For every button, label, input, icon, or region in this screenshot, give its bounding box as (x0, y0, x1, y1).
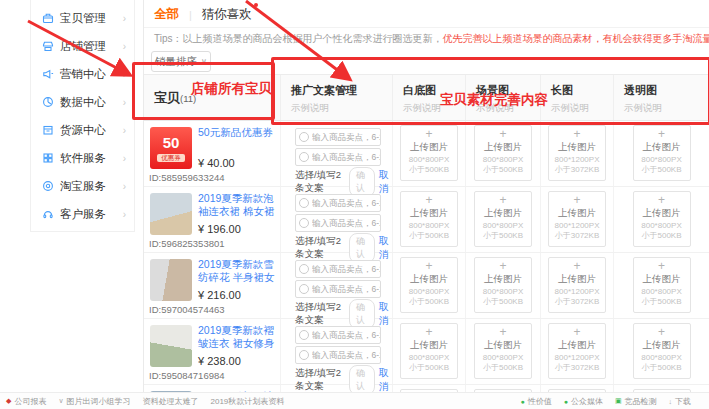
selling-point-input[interactable] (312, 198, 380, 208)
product-price: ¥ 196.00 (198, 223, 241, 235)
column-copy-management: 推广文案管理 示例说明 (281, 75, 393, 120)
sidebar-item-label: 宝贝管理 (60, 11, 123, 26)
plus-icon: + (634, 260, 690, 273)
product-image (150, 325, 192, 367)
bottom-status-item[interactable]: ▣竞品检测 (615, 396, 657, 407)
plus-icon: + (634, 128, 690, 141)
bottom-item[interactable]: ◆公司报表 (6, 396, 46, 407)
main-panel: 全部 | 猜你喜欢 Tips：以上频道场景的商品会根据用户个性化需求进行圈选更新… (143, 0, 709, 409)
green-dot-icon: ● (564, 398, 568, 405)
plus-icon: + (549, 326, 605, 339)
upload-button[interactable]: +上传图片800*800PX小于500KB (400, 257, 458, 313)
upload-cell-white-bg: +上传图片800*800PX小于500KB (393, 319, 466, 384)
product-image (150, 193, 192, 235)
upload-button[interactable]: +上传图片800*800PX小于500KB (633, 191, 691, 247)
radio-icon[interactable] (299, 350, 309, 360)
selling-point-input[interactable] (312, 152, 380, 162)
download-icon: ↓ (669, 398, 673, 405)
upload-button[interactable]: +上传图片800*800PX小于500KB (474, 125, 532, 181)
upload-cell-scene: +上传图片800*800PX小于500KB (466, 187, 541, 252)
radio-icon[interactable] (299, 284, 309, 294)
example-link[interactable]: 示例说明 (551, 102, 613, 115)
sidebar-item-dianpu-guanli[interactable]: 店铺管理 › (31, 32, 134, 60)
upload-button[interactable]: +上传图片800*800PX小于500KB (633, 125, 691, 181)
download-item[interactable]: ↓下载 (669, 396, 692, 407)
example-link[interactable]: 示例说明 (476, 102, 540, 115)
sidebar-item-yingxiao-zhongxin[interactable]: 营销中心 › (31, 60, 134, 88)
upload-button[interactable]: +上传图片800*1200PX小于3072KB (548, 323, 606, 379)
bottom-status-item[interactable]: ●性价值 (520, 396, 551, 407)
upload-button[interactable]: +上传图片800*800PX小于500KB (633, 323, 691, 379)
upload-button[interactable]: +上传图片800*800PX小于500KB (474, 191, 532, 247)
sort-dropdown[interactable]: 销量排序 ∨ (151, 51, 211, 72)
selling-point-input[interactable] (312, 264, 380, 274)
product-id: ID:597004574463 (149, 304, 225, 315)
product-price: ¥ 40.00 (198, 157, 235, 169)
selling-point-input[interactable] (312, 284, 380, 294)
bottom-item[interactable]: ∨图片出词小组学习 (58, 396, 130, 407)
radio-icon[interactable] (299, 152, 309, 162)
chevron-right-icon: › (123, 209, 126, 220)
upload-button[interactable]: +上传图片800*800PX小于500KB (400, 323, 458, 379)
selling-point-input[interactable] (312, 132, 380, 142)
table-row: 2019夏季新款雪纺碎花 半身裙女中长款裙摆白 ¥ 216.00 ID:5970… (144, 253, 709, 319)
upload-cell-transparent: +上传图片800*800PX小于500KB (614, 319, 709, 384)
radio-icon[interactable] (299, 198, 309, 208)
upload-cell-transparent: +上传图片800*800PX小于500KB (614, 253, 709, 318)
upload-button[interactable]: +上传图片800*800PX小于500KB (474, 257, 532, 313)
column-long-image: 长图 示例说明 (541, 75, 614, 120)
sidebar-item-shuju-zhongxin[interactable]: 数据中心 › (31, 88, 134, 116)
upload-button[interactable]: +上传图片800*1200PX小于3072KB (548, 125, 606, 181)
product-title-link[interactable]: 2019夏季新款褶皱连衣 裙女修身显瘦小众网红 (198, 324, 276, 351)
sidebar-item-baobei-guanli[interactable]: 宝贝管理 › (31, 4, 134, 32)
coupon-badge: 50 (163, 135, 180, 151)
example-link[interactable]: 示例说明 (291, 102, 392, 115)
example-link[interactable]: 示例说明 (624, 102, 709, 115)
product-price: ¥ 238.00 (198, 355, 241, 367)
bottom-status-item[interactable]: ●公众媒体 (564, 396, 603, 407)
radio-icon[interactable] (299, 132, 309, 142)
sidebar-item-taobao-fuwu[interactable]: 淘宝服务 › (31, 172, 134, 200)
tips-bar: Tips：以上频道场景的商品会根据用户个性化需求进行圈选更新，优先完善以上频道场… (154, 32, 709, 46)
upload-button[interactable]: +上传图片800*800PX小于500KB (474, 323, 532, 379)
plus-icon: + (401, 194, 457, 207)
selling-point-input[interactable] (312, 218, 380, 228)
upload-button[interactable]: +上传图片800*800PX小于500KB (633, 257, 691, 313)
copy-cell: 选择/填写2条文案 确认 取消 (281, 253, 393, 318)
upload-cell-scene: +上传图片800*800PX小于500KB (466, 319, 541, 384)
upload-button[interactable]: +上传图片800*800PX小于500KB (400, 191, 458, 247)
product-image (150, 259, 192, 301)
radio-icon[interactable] (299, 264, 309, 274)
chevron-right-icon: › (123, 41, 126, 52)
sidebar-item-label: 营销中心 (60, 67, 123, 82)
pie-chart-icon (42, 96, 54, 108)
product-title-link[interactable]: 2019夏季新款雪纺碎花 半身裙女中长款裙摆白 (198, 258, 276, 285)
product-title-link[interactable]: 2019夏季新款泡袖连衣裙 棉女裙装短裙T恤中长款 (198, 192, 276, 219)
sidebar-item-kehu-fuwu[interactable]: 客户服务 › (31, 200, 134, 228)
upload-button[interactable]: +上传图片800*1200PX小于3072KB (548, 257, 606, 313)
coupon-badge-sub: 优惠券 (157, 154, 185, 162)
radio-icon[interactable] (299, 218, 309, 228)
plus-icon: + (634, 326, 690, 339)
upload-button[interactable]: +上传图片800*1200PX小于3072KB (548, 191, 606, 247)
tab-all[interactable]: 全部 (154, 6, 179, 23)
radio-icon[interactable] (299, 330, 309, 340)
sidebar-item-ruanjian-fuwu[interactable]: 软件服务 › (31, 144, 134, 172)
upload-cell-transparent: +上传图片800*800PX小于500KB (614, 121, 709, 186)
bottom-item[interactable]: 资料处理太难了 (143, 396, 199, 407)
sidebar-item-label: 淘宝服务 (60, 179, 123, 194)
plus-icon: + (401, 260, 457, 273)
plus-icon: + (401, 128, 457, 141)
bottom-item[interactable]: 2019秋款计划表资料 (211, 396, 285, 407)
selling-point-input[interactable] (312, 330, 380, 340)
box-icon (42, 12, 54, 24)
upload-button[interactable]: +上传图片800*800PX小于500KB (400, 125, 458, 181)
tab-guess-you-like[interactable]: 猜你喜欢 (202, 6, 252, 23)
product-id: ID:585959633244 (149, 172, 225, 183)
column-transparent-image: 透明图 示例说明 (614, 75, 709, 120)
selling-point-input[interactable] (312, 350, 380, 360)
example-link[interactable]: 示例说明 (403, 102, 465, 115)
product-title-link[interactable]: 50元新品优惠券 (198, 126, 276, 139)
product-cell: 2019夏季新款泡袖连衣裙 棉女裙装短裙T恤中长款 ¥ 196.00 ID:59… (144, 187, 281, 252)
sidebar-item-huoyuan-zhongxin[interactable]: 货源中心 › (31, 116, 134, 144)
